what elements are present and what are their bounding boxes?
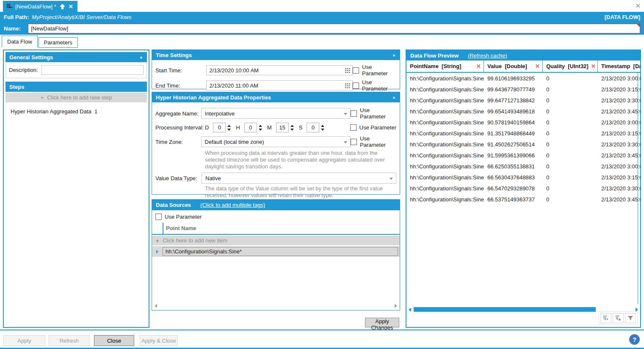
column-header-pointname[interactable]: PointName [String] ✕ xyxy=(406,60,484,72)
collapse-icon[interactable]: ▲ xyxy=(392,53,396,57)
apply-and-close-button[interactable]: Apply & Close xyxy=(140,335,178,346)
pin-column-add-button[interactable] xyxy=(600,313,611,323)
table-row[interactable]: hh:\Configuration\Signals:SineFast90.578… xyxy=(406,117,641,128)
data-sources-use-parameter-checkbox[interactable] xyxy=(155,214,162,220)
aggregate-name-dropdown[interactable]: Interpolative xyxy=(201,108,351,119)
start-time-field[interactable]: 2/13/2020 10:00 AM xyxy=(206,65,353,75)
promote-icon[interactable] xyxy=(59,3,66,10)
scrollbar-thumb[interactable] xyxy=(414,307,596,312)
preview-rows: hh:\Configuration\Signals:Sine99.6106196… xyxy=(406,73,641,205)
interval-use-parameter-checkbox[interactable] xyxy=(350,124,357,131)
close-button[interactable]: Close xyxy=(94,335,134,346)
time-settings-header[interactable]: Time Settings ▲ xyxy=(152,50,400,60)
table-row[interactable]: hh:\Configuration\Signals:SineSlow66.625… xyxy=(406,161,641,172)
start-time-value: 2/13/2020 10:00 AM xyxy=(210,67,259,74)
table-row[interactable]: hh:\Configuration\Signals:Sine99.6541493… xyxy=(406,106,641,117)
tab-close-icon[interactable]: ✕ xyxy=(69,4,73,9)
tab-data-flow[interactable]: Data Flow xyxy=(2,36,38,48)
apply-changes-button[interactable]: Apply Changes xyxy=(365,318,399,327)
name-field[interactable] xyxy=(28,24,640,33)
interval-hours-field[interactable]: 0 xyxy=(244,123,257,132)
description-field-frame xyxy=(41,65,144,75)
interval-hours-stepper[interactable] xyxy=(258,125,263,131)
remove-column-icon[interactable]: ✕ xyxy=(474,63,481,69)
refresh-button[interactable]: Refresh xyxy=(49,335,90,346)
column-label: Quality [UInt32] xyxy=(546,63,589,69)
column-header-timestamp[interactable]: Timestamp [Da xyxy=(598,60,641,72)
chevron-down-icon xyxy=(344,141,347,143)
column-label: PointName [String] xyxy=(410,63,461,69)
column-header-value[interactable]: Value [Double] ✕ xyxy=(484,60,543,72)
document-tab[interactable]: [NewDataFlow] * ✕ xyxy=(3,1,77,12)
remove-column-icon[interactable]: ✕ xyxy=(589,63,596,69)
name-field-frame xyxy=(28,24,640,33)
cell-quality: 0 xyxy=(543,119,598,126)
interval-days-stepper[interactable] xyxy=(227,125,232,131)
scroll-left-icon[interactable] xyxy=(409,308,411,312)
remove-column-icon[interactable]: ✕ xyxy=(533,63,540,69)
scroll-left-icon[interactable] xyxy=(155,304,157,308)
tab-parameters[interactable]: Parameters xyxy=(39,37,78,48)
time-zone-dropdown[interactable]: Default (local time zone) xyxy=(201,136,351,147)
left-column: General Settings ▲ Description: Steps + … xyxy=(3,49,149,328)
plus-icon: + xyxy=(152,237,163,244)
refresh-cache-link[interactable]: (Refresh cache) xyxy=(468,52,507,59)
point-name-column-header[interactable]: Point Name xyxy=(166,225,196,231)
date-picker-icon[interactable] xyxy=(345,83,350,90)
pane-close-icon[interactable]: ✕ xyxy=(635,3,641,9)
cell-timestamp: 2/13/2020 3:30:00 xyxy=(598,141,641,148)
cell-timestamp: 2/13/2020 3:15:00 xyxy=(598,174,641,181)
interval-minutes-field[interactable]: 15 xyxy=(276,123,289,132)
collapse-icon[interactable]: ▲ xyxy=(139,55,143,59)
help-button[interactable]: ? xyxy=(629,334,640,345)
table-row[interactable]: hh:\Configuration\Signals:Sine99.6436778… xyxy=(406,84,641,95)
add-step-button[interactable]: + Click here to add new step xyxy=(6,93,147,102)
point-name-value[interactable]: hh:\Configuration\Signals:Sine* xyxy=(163,247,398,256)
add-item-button[interactable]: + Click here to add new item xyxy=(152,236,400,245)
filter-icon[interactable] xyxy=(625,313,636,323)
timezone-use-parameter-checkbox[interactable] xyxy=(351,139,357,145)
expand-icon[interactable] xyxy=(152,250,163,253)
date-picker-icon[interactable] xyxy=(345,68,350,74)
collapse-icon[interactable]: ▲ xyxy=(392,95,396,99)
interval-seconds-stepper[interactable] xyxy=(320,125,325,131)
end-time-use-parameter-checkbox[interactable] xyxy=(353,82,359,89)
table-row[interactable]: hh:\Configuration\Signals:SineSlow66.563… xyxy=(406,172,641,183)
cell-quality: 0 xyxy=(543,185,598,192)
cell-value: 99.6436778077749 xyxy=(484,86,543,93)
table-row[interactable]: hh:\Configuration\Signals:SineFast91.599… xyxy=(406,150,641,161)
table-row[interactable]: hh:\Configuration\Signals:Sine99.6477127… xyxy=(406,95,641,106)
pin-column-remove-button[interactable] xyxy=(613,313,624,323)
cell-value: 90.5781940159864 xyxy=(484,119,543,126)
cell-value: 91.3517948868449 xyxy=(484,130,543,137)
interval-days-field[interactable]: 0 xyxy=(213,123,226,132)
description-field[interactable] xyxy=(44,67,141,73)
cell-point: hh:\Configuration\Signals:Sine xyxy=(406,97,484,104)
apply-button[interactable]: Apply xyxy=(3,335,45,346)
interval-hours-label: H xyxy=(236,124,240,131)
data-sources-hscrollbar[interactable] xyxy=(153,302,399,309)
value-data-type-dropdown[interactable]: Native xyxy=(202,173,396,184)
aggregate-use-parameter-checkbox[interactable] xyxy=(351,110,357,117)
interval-seconds-field[interactable]: 0 xyxy=(307,123,319,132)
table-row[interactable]: hh:\Configuration\Signals:Sine99.6106196… xyxy=(406,73,641,84)
general-settings-header[interactable]: General Settings ▲ xyxy=(6,52,147,62)
scroll-right-icon[interactable] xyxy=(636,308,638,312)
table-row[interactable]: hh:\Configuration\Signals:SineFast91.450… xyxy=(406,139,641,150)
cell-value: 66.5470293289078 xyxy=(484,185,543,192)
interval-minutes-stepper[interactable] xyxy=(290,125,295,131)
add-multiple-tags-link[interactable]: (Click to add multiple tags) xyxy=(200,202,265,208)
cell-point: hh:\Configuration\Signals:SineSlow xyxy=(406,196,484,203)
step-list-item[interactable]: Hyper Historian Aggregated Data 1 xyxy=(6,107,147,116)
table-row[interactable]: hh:\Configuration\Signals:SineFast91.351… xyxy=(406,128,641,139)
table-row[interactable]: hh:\Configuration\Signals:SineSlow66.547… xyxy=(406,183,641,194)
hh-properties-header[interactable]: Hyper Historian Aggregated Data Properti… xyxy=(152,92,400,102)
chevron-down-icon xyxy=(390,178,393,180)
start-time-use-parameter-checkbox[interactable] xyxy=(353,67,359,74)
column-header-quality[interactable]: Quality [UInt32] ✕ xyxy=(543,60,598,72)
end-time-field[interactable]: 2/13/2020 11:00 AM xyxy=(206,80,353,91)
scroll-right-icon[interactable] xyxy=(395,304,397,308)
use-parameter-label: Use Parameter xyxy=(362,64,396,77)
table-row[interactable]: hh:\Configuration\Signals:SineSlow66.537… xyxy=(406,194,641,205)
data-source-row[interactable]: hh:\Configuration\Signals:Sine* xyxy=(152,246,400,257)
